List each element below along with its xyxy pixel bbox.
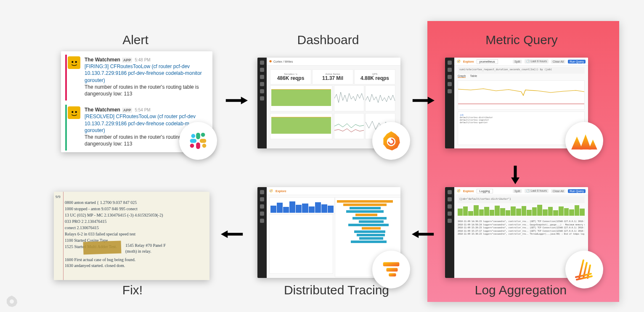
svg-rect-3	[196, 143, 200, 149]
time-range-button[interactable]: 🕓 Last 6 hours	[525, 189, 549, 193]
explore-label: Explore	[463, 190, 474, 193]
slack-time: 5:48 PM	[135, 58, 150, 62]
datasource-select[interactable]: Logging	[477, 189, 493, 193]
run-query-button[interactable]: Run Query	[568, 189, 586, 193]
grafana-watermark-icon	[5, 294, 19, 308]
table-tab[interactable]: Table	[470, 74, 477, 77]
svg-rect-15	[386, 268, 398, 272]
query-input[interactable]: sum(rate(cortex_request_duration_seconds…	[458, 67, 585, 74]
split-button[interactable]: Split	[513, 60, 522, 63]
slack-alert-title[interactable]: [FIRING:3] CFRoutesTooLow (cf router pcf…	[85, 63, 205, 84]
grafana-icon	[372, 122, 410, 160]
stat-box: Samples / s486K reqps	[270, 69, 311, 85]
slack-bot-name: The Watchmen	[85, 57, 120, 63]
run-query-button[interactable]: Run Query	[568, 60, 586, 63]
title-alert: Alert	[110, 33, 161, 47]
clear-button[interactable]: Clear All	[551, 189, 565, 193]
loki-icon	[565, 251, 603, 288]
svg-rect-0	[190, 139, 196, 143]
svg-point-5	[201, 133, 205, 137]
metrics-icon	[565, 122, 603, 160]
slack-msg-firing: The WatchmenAPP5:48 PM [FIRING:3] CFRout…	[65, 55, 208, 100]
chart-panel	[270, 85, 332, 111]
log-histogram	[458, 204, 585, 216]
arrow-left-icon	[411, 230, 436, 238]
stat-box: QPS4.88K reqps	[354, 69, 395, 85]
grafana-sidebar[interactable]	[445, 187, 454, 278]
svg-point-22	[10, 299, 14, 304]
fix-journal: 9/9 0800 anton started { 1.2700 9.037 84…	[54, 192, 209, 280]
grafana-sidebar[interactable]	[257, 187, 267, 278]
stat-box: Active Series11.37 Mil	[312, 69, 353, 85]
grafana-sidebar[interactable]	[257, 58, 267, 148]
dashboard-header: ⬣Cortex / Writes	[267, 58, 400, 66]
slack-icon	[179, 122, 217, 160]
slack-app-badge: APP	[122, 58, 133, 63]
svg-point-7	[191, 134, 196, 138]
title-log: Log Aggregation	[458, 283, 584, 297]
log-query-input[interactable]: {job="default/cortex-distributor"}	[458, 196, 585, 203]
chart-panel	[270, 113, 332, 139]
svg-rect-16	[389, 273, 396, 277]
title-dashboard: Dashboard	[286, 33, 370, 47]
slack-avatar-icon	[68, 106, 80, 119]
slack-time: 5:54 PM	[135, 108, 150, 112]
arrow-right-icon	[224, 97, 249, 104]
explore-header: 🧭Explore Logging Split 🕓 Last 6 hours Cl…	[454, 187, 588, 195]
moth-tape	[83, 241, 122, 254]
explore-label: Explore	[463, 60, 474, 63]
clear-button[interactable]: Clear All	[551, 60, 565, 63]
metric-chart	[458, 80, 585, 110]
svg-point-4	[190, 144, 194, 148]
chart-panel	[365, 85, 395, 111]
tempo-icon	[372, 251, 410, 288]
slack-bot-name: The Watchmen	[85, 107, 120, 113]
svg-rect-14	[383, 262, 400, 267]
chart-panel	[334, 85, 364, 111]
explore-header: 🧭Explore prometheus Split 🕓 Last 6 hours…	[454, 58, 588, 66]
arrow-down-icon	[511, 165, 519, 184]
trace-waterfall	[337, 200, 399, 243]
explore-label: Explore	[276, 190, 286, 193]
svg-rect-2	[200, 139, 206, 143]
explore-header: 🧭Explore	[267, 187, 400, 195]
datasource-select[interactable]: prometheus	[477, 59, 498, 64]
grafana-sidebar[interactable]	[445, 58, 454, 148]
slack-avatar-icon	[68, 56, 80, 69]
chart-panel	[334, 113, 364, 139]
title-metric: Metric Query	[467, 33, 576, 47]
split-button[interactable]: Split	[513, 189, 522, 193]
slack-app-badge: APP	[122, 108, 133, 113]
arrow-right-icon	[411, 97, 436, 104]
time-range-button[interactable]: 🕓 Last 6 hours	[525, 59, 549, 63]
slack-alert-body: The number of routes in the router's rou…	[85, 84, 205, 97]
title-fix: Fix!	[116, 283, 149, 297]
arrow-left-icon	[220, 230, 245, 238]
graph-tab[interactable]: Graph	[458, 74, 466, 78]
svg-rect-1	[196, 133, 200, 139]
svg-point-6	[202, 144, 207, 148]
log-lines: 2018-11-09 14:30:23 logger="cassandra", …	[458, 220, 585, 236]
dashboard-name: Cortex / Writes	[273, 60, 293, 63]
